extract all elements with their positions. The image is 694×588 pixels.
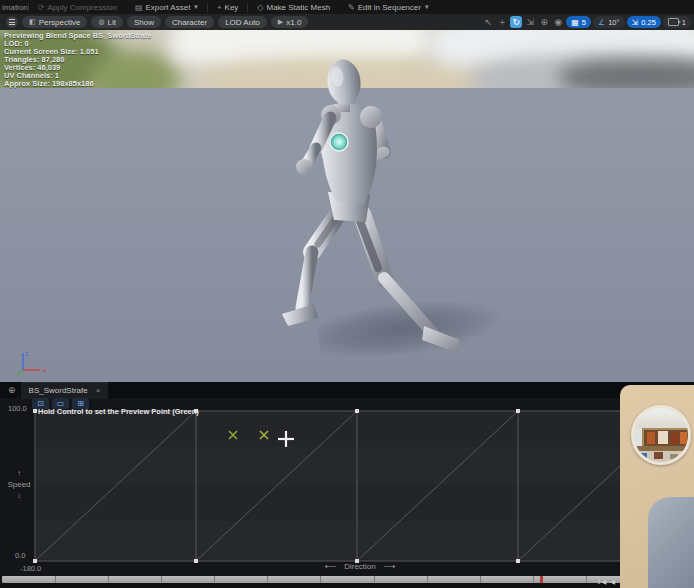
edit-in-sequencer-button[interactable]: ✎ Edit in Sequencer ▾: [339, 0, 437, 14]
gizmo-x-label: x: [43, 367, 47, 374]
stats-approx-size: Approx Size: 198x85x186: [4, 80, 152, 88]
playhead-marker[interactable]: [540, 576, 543, 583]
apply-compression-button[interactable]: ⟳ Apply Compression: [29, 0, 126, 14]
move-tool-icon[interactable]: ＋: [496, 16, 508, 28]
grid-icon: ▦: [571, 18, 579, 27]
truncated-menu-item[interactable]: imation: [0, 3, 28, 12]
viewport-menu-icon[interactable]: [6, 16, 18, 28]
scale-snap-icon: ⇲: [632, 18, 639, 27]
playback-timeline[interactable]: [2, 576, 692, 583]
arrow-left-icon: ⟵: [325, 562, 336, 571]
character-menu-button[interactable]: Character: [165, 16, 214, 28]
x-axis-title: ⟵ Direction ⟶: [285, 562, 435, 571]
compression-icon: ⟳: [38, 3, 45, 12]
tab-bs-swordstrafe[interactable]: BS_SwordStrafe ×: [21, 382, 109, 399]
asset-globe-icon: ⊕: [8, 385, 16, 395]
arrow-up-icon: ↑: [6, 468, 32, 479]
chevron-down-icon: ▾: [194, 3, 198, 11]
viewport-toolbar: ◧ Perspective ◍ Lit Show Character LOD A…: [0, 14, 694, 30]
mirror-in-webcam: [631, 405, 691, 465]
perspective-button[interactable]: ◧ Perspective: [22, 16, 87, 28]
grid-snap-control[interactable]: ▦ 5: [566, 16, 591, 28]
lit-mode-button[interactable]: ◍ Lit: [91, 16, 123, 28]
blendspace-graph-area[interactable]: [30, 408, 694, 568]
rotate-tool-icon[interactable]: ↻: [510, 16, 522, 28]
arrow-right-icon: ⟶: [384, 562, 395, 571]
gizmo-z-label: z: [25, 350, 29, 357]
mesh-icon: ◇: [257, 3, 263, 12]
person-shoulder: [648, 497, 694, 588]
preview-mannequin: [266, 46, 481, 356]
camera-view-icon: ◧: [29, 18, 36, 26]
step-back-icon[interactable]: ‖◀: [598, 578, 608, 585]
transport-controls[interactable]: ‖◀ ◀: [598, 578, 617, 586]
export-icon: ▤: [135, 3, 143, 12]
close-icon[interactable]: ×: [96, 386, 101, 395]
lod-auto-button[interactable]: LOD Auto: [218, 16, 267, 28]
scale-tool-icon[interactable]: ⇲: [524, 16, 536, 28]
y-axis-min-label: 0.0: [15, 551, 25, 560]
scale-snap-control[interactable]: ⇲ 0.25: [627, 16, 661, 28]
y-axis-max-label: 100.0: [8, 404, 27, 413]
rotation-snap-control[interactable]: ∠ 10°: [593, 16, 625, 28]
document-tab-bar: ⊕ BS_SwordStrafe ×: [0, 382, 694, 398]
bulb-icon: ◍: [98, 18, 104, 26]
add-key-button[interactable]: + Key: [208, 0, 247, 14]
arrow-down-icon: ↓: [6, 490, 32, 501]
sequencer-icon: ✎: [348, 3, 355, 12]
unreal-editor-window: imation ⟳ Apply Compression ▤ Export Ass…: [0, 0, 694, 588]
playback-speed-button[interactable]: ▶ x1.0: [271, 16, 309, 28]
select-tool-icon[interactable]: ↖: [482, 16, 494, 28]
axis-gizmo: z x: [12, 348, 56, 378]
preview-hint-text: Hold Control to set the Preview Point (G…: [38, 407, 199, 416]
plus-icon: +: [217, 3, 222, 12]
blendspace-graph[interactable]: [30, 408, 694, 568]
angle-icon: ∠: [598, 18, 605, 27]
viewport-stats: Previewing Blend Space BS_SwordStrafe LO…: [4, 32, 152, 88]
camera-icon: [668, 18, 679, 26]
camera-speed-control[interactable]: 1: [663, 16, 691, 28]
play-icon: ▶: [278, 18, 283, 26]
blendspace-panel: ⊕ BS_SwordStrafe × ⊡ ▭ ⊞ Hold Control to…: [0, 382, 694, 588]
3d-viewport[interactable]: Previewing Blend Space BS_SwordStrafe LO…: [0, 30, 694, 382]
world-coord-icon[interactable]: ⊕: [538, 16, 550, 28]
make-static-mesh-button[interactable]: ◇ Make Static Mesh: [248, 0, 339, 14]
surface-snap-icon[interactable]: ◉: [552, 16, 564, 28]
x-axis-name: Direction: [344, 562, 376, 571]
export-asset-button[interactable]: ▤ Export Asset ▾: [126, 0, 207, 14]
asset-toolbar: imation ⟳ Apply Compression ▤ Export Ass…: [0, 0, 694, 14]
frame-back-icon[interactable]: ◀: [610, 578, 616, 585]
x-axis-min-label: -180.0: [20, 564, 41, 573]
y-axis-title: ↑ Speed ↓: [6, 468, 32, 501]
webcam-overlay: [620, 385, 694, 588]
transport-bar: [0, 583, 694, 588]
y-axis-name: Speed: [6, 479, 32, 490]
show-menu-button[interactable]: Show: [127, 16, 161, 28]
chevron-down-icon: ▾: [425, 3, 429, 11]
